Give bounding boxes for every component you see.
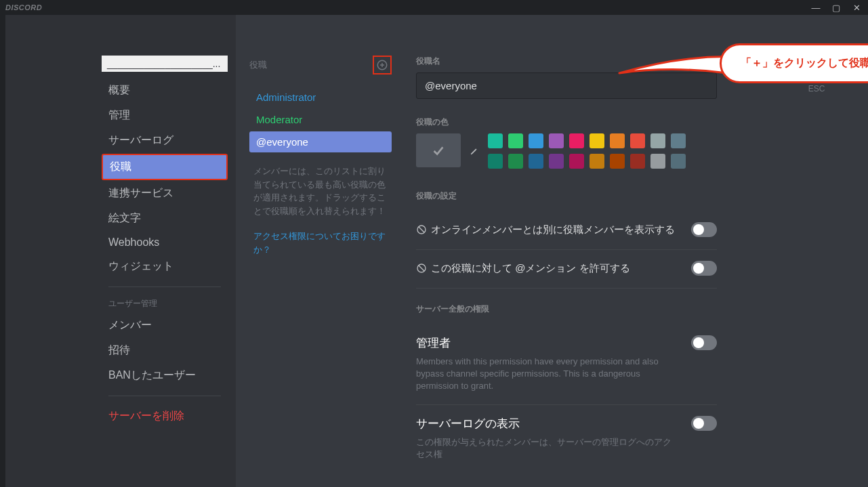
sidebar-item-overview[interactable]: 概要: [102, 79, 228, 102]
sidebar-item-emoji[interactable]: 絵文字: [102, 207, 228, 230]
sidebar-item-roles[interactable]: 役職: [102, 154, 228, 180]
color-swatch[interactable]: [590, 133, 604, 148]
server-name-header: ____________________...: [102, 56, 228, 72]
perm-admin-title: 管理者: [416, 335, 678, 352]
sidebar-item-bans[interactable]: BANしたユーザー: [102, 364, 228, 387]
perm-admin-desc: Members with this permission have every …: [416, 356, 678, 393]
color-swatch[interactable]: [610, 154, 625, 169]
perm-log-title: サーバーログの表示: [416, 416, 678, 432]
color-swatch[interactable]: [549, 133, 564, 148]
role-color-label: 役職の色: [416, 117, 717, 128]
color-swatch[interactable]: [671, 133, 686, 148]
sidebar-item-serverlog[interactable]: サーバーログ: [102, 129, 228, 152]
esc-label: ESC: [804, 84, 829, 93]
sidebar-heading-users: ユーザー管理: [102, 295, 228, 314]
guild-strip: [0, 15, 5, 487]
app-logo: DISCORD: [5, 3, 42, 12]
prohibited-icon: [416, 263, 427, 274]
toggle-view-serverlog[interactable]: [691, 416, 717, 431]
sidebar-divider-2: [108, 396, 221, 396]
close-button[interactable]: ✕: [804, 56, 829, 80]
role-settings-column: 役職名 役職の色 役職の設定: [392, 56, 717, 487]
main-area: ____________________... 概要 管理 サーバーログ 役職 …: [0, 15, 868, 487]
perm-allow-mention: この役職に対して @メンション を許可する: [416, 253, 717, 289]
color-swatch[interactable]: [508, 154, 523, 169]
roles-column: 役職 Administrator Moderator @everyone メンバ…: [249, 56, 392, 487]
color-swatch[interactable]: [590, 154, 604, 169]
sidebar-item-moderation[interactable]: 管理: [102, 104, 228, 127]
prohibited-icon: [416, 224, 427, 235]
color-picker: [416, 133, 717, 169]
general-perms-heading: サーバー全般の権限: [416, 303, 717, 315]
color-swatch[interactable]: [508, 133, 523, 148]
toggle-display-separately[interactable]: [691, 222, 717, 237]
role-color-section: 役職の色: [416, 117, 717, 169]
color-swatch[interactable]: [529, 154, 543, 169]
color-swatch[interactable]: [488, 154, 503, 169]
role-settings-heading: 役職の設定: [416, 190, 717, 202]
sidebar-item-webhooks[interactable]: Webhooks: [102, 232, 228, 253]
settings-sidebar: ____________________... 概要 管理 サーバーログ 役職 …: [5, 15, 236, 487]
perm-view-serverlog: サーバーログの表示 この権限が与えられたメンバーは、サーバーの管理ログへのアクセ…: [416, 408, 717, 473]
color-swatch[interactable]: [671, 154, 686, 169]
color-swatch[interactable]: [569, 133, 584, 148]
perm-title: オンラインメンバーとは別に役職メンバーを表示する: [416, 222, 678, 236]
close-settings: ✕ ESC: [804, 56, 829, 93]
roles-header: 役職: [249, 56, 392, 75]
color-swatch[interactable]: [549, 154, 564, 169]
role-name-label: 役職名: [416, 56, 717, 67]
color-swatch[interactable]: [569, 154, 584, 169]
sidebar-item-delete-server[interactable]: サーバーを削除: [102, 404, 228, 428]
custom-color-button[interactable]: [468, 133, 481, 169]
color-swatch[interactable]: [650, 133, 665, 148]
roles-help-link[interactable]: アクセス権限についてお困りですか？: [249, 217, 392, 256]
roles-description: メンバーには、このリストに割り当てられている最も高い役職の色が適用されます。ドラ…: [249, 154, 392, 217]
sidebar-item-integrations[interactable]: 連携サービス: [102, 182, 228, 205]
color-swatch[interactable]: [630, 154, 645, 169]
color-swatch[interactable]: [630, 133, 645, 148]
svg-line-6: [419, 266, 424, 271]
close-icon: ✕: [812, 62, 821, 75]
window-controls: — ▢ ✕: [810, 3, 863, 13]
roles-heading: 役職: [249, 59, 267, 71]
check-icon: [431, 143, 446, 158]
maximize-button[interactable]: ▢: [830, 3, 842, 13]
color-swatch[interactable]: [529, 133, 543, 148]
role-item-everyone[interactable]: @everyone: [249, 131, 392, 152]
color-grid: [488, 133, 686, 169]
perm-log-desc: この権限が与えられたメンバーは、サーバーの管理ログへのアクセス権: [416, 436, 678, 461]
plus-icon: [376, 59, 388, 71]
color-swatch[interactable]: [610, 133, 625, 148]
role-item-moderator[interactable]: Moderator: [249, 109, 392, 130]
color-swatch[interactable]: [650, 154, 665, 169]
titlebar: DISCORD — ▢ ✕: [0, 0, 868, 15]
perm-title: この役職に対して @メンション を許可する: [416, 261, 678, 275]
minimize-button[interactable]: —: [810, 3, 822, 13]
content-area: 役職 Administrator Moderator @everyone メンバ…: [236, 15, 868, 487]
svg-line-4: [419, 227, 424, 232]
color-swatch[interactable]: [488, 133, 503, 148]
perm-display-separately: オンラインメンバーとは別に役職メンバーを表示する: [416, 214, 717, 250]
toggle-administrator[interactable]: [691, 335, 717, 350]
add-role-button[interactable]: [373, 56, 392, 75]
perm-administrator: 管理者 Members with this permission have ev…: [416, 327, 717, 405]
pencil-icon: [470, 146, 479, 156]
role-item-administrator[interactable]: Administrator: [249, 87, 392, 108]
toggle-allow-mention[interactable]: [691, 261, 717, 276]
callout-bubble: 「＋」をクリックして役職の追加が可能: [720, 43, 868, 83]
sidebar-item-invites[interactable]: 招待: [102, 339, 228, 362]
role-name-input[interactable]: [416, 72, 717, 99]
close-window-button[interactable]: ✕: [850, 3, 863, 13]
default-color-swatch[interactable]: [416, 133, 461, 167]
sidebar-divider: [108, 287, 221, 287]
sidebar-item-widget[interactable]: ウィジェット: [102, 255, 228, 278]
sidebar-item-members[interactable]: メンバー: [102, 314, 228, 337]
